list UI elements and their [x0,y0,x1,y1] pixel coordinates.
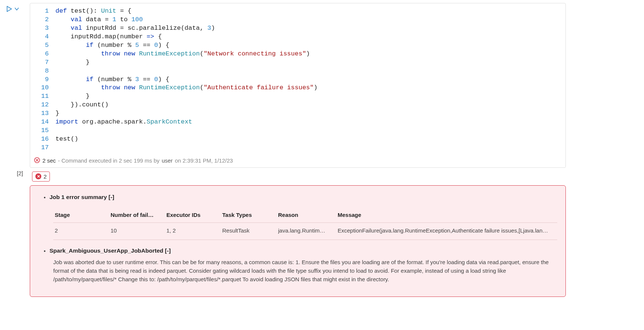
cell-task-types: ResultTask [222,227,278,234]
cell-num-failed: 10 [111,227,166,234]
error-summary-table: Stage Number of fail… Executor IDs Task … [53,207,557,240]
cell-message: ExceptionFailure(java.lang.RuntimeExcept… [338,227,556,234]
line-number-gutter: 1234567891011121314151617 [30,7,55,152]
cell-body: 1234567891011121314151617 def test(): Un… [30,3,566,168]
cell-reason: java.lang.Runtim… [278,227,338,234]
col-stage: Stage [55,212,111,218]
col-task-types: Task Types [222,212,278,218]
error-panel: Job 1 error summary [-] Stage Number of … [30,185,566,297]
status-subtext: - Command executed in 2 sec 199 ms by [58,157,160,164]
error-count-badge[interactable]: ✕ 2 [32,172,50,182]
error-item-title[interactable]: Spark_Ambiguous_UserApp_JobAborted [-] [50,247,171,254]
error-output: ✕ 2 Job 1 error summary [-] Stage Number… [30,172,566,297]
x-icon: ✕ [35,173,41,179]
execution-status: 2 sec - Command executed in 2 sec 199 ms… [30,154,565,167]
run-cell-icon[interactable] [7,6,12,12]
table-header: Stage Number of fail… Executor IDs Task … [53,207,557,222]
col-message: Message [338,212,556,218]
error-item-job-summary: Job 1 error summary [-] Stage Number of … [50,194,557,240]
notebook-cell: 1234567891011121314151617 def test(): Un… [0,0,644,168]
cell-stage: 2 [55,227,111,234]
chevron-down-icon[interactable] [14,6,19,12]
executing-user: user [162,157,173,164]
error-item-description: Job was aborted due to user runtime erro… [53,258,557,284]
svg-marker-0 [7,6,12,12]
col-num-failed: Number of fail… [111,212,166,218]
duration: 2 sec [42,157,56,164]
error-item-title[interactable]: Job 1 error summary [-] [50,194,114,200]
table-body: 2 10 1, 2 ResultTask java.lang.Runtim… E… [53,222,557,238]
error-count: 2 [44,173,47,180]
col-reason: Reason [278,212,338,218]
col-executor-ids: Executor IDs [166,212,222,218]
error-circle-icon [34,157,40,164]
execution-timestamp: on 2:39:31 PM, 1/12/23 [175,157,233,164]
cell-index: [2] [0,168,30,297]
error-item-aborted: Spark_Ambiguous_UserApp_JobAborted [-] J… [50,247,557,284]
cell-executor-ids: 1, 2 [166,227,222,234]
table-divider [53,240,557,240]
code-content[interactable]: def test(): Unit = { val data = 1 to 100… [55,7,565,152]
cell-controls [0,3,30,12]
code-editor[interactable]: 1234567891011121314151617 def test(): Un… [30,3,565,154]
table-row: 2 10 1, 2 ResultTask java.lang.Runtim… E… [53,222,557,238]
